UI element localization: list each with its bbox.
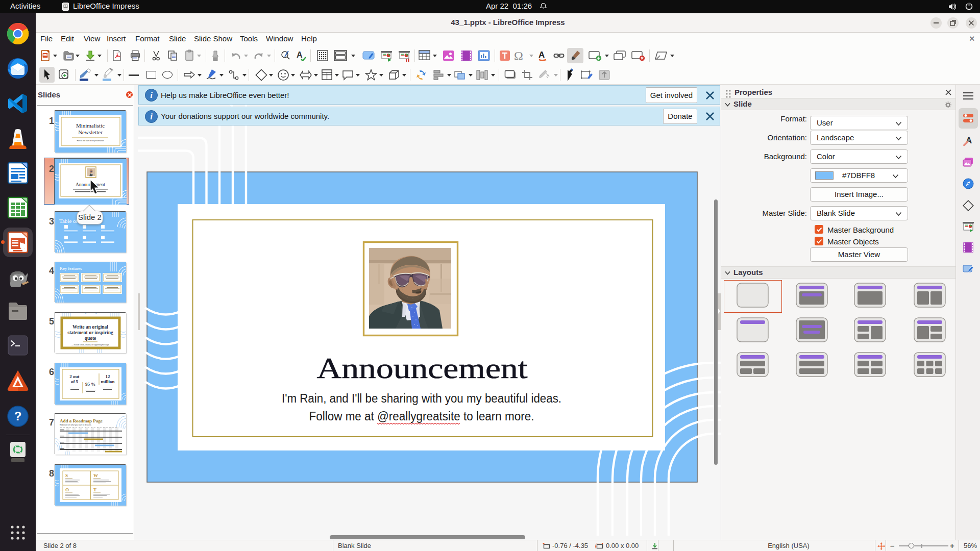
svg-text:95 %: 95 % [85,382,95,387]
svg-text:Minimalistic: Minimalistic [76,122,105,129]
svg-text:T: T [93,487,96,492]
svg-text:2 out: 2 out [69,374,79,379]
svg-text:12: 12 [106,374,111,379]
svg-text:— Include credit, citation, or: — Include credit, citation, or supportin… [71,344,109,346]
svg-text:Add a Roadmap Page: Add a Roadmap Page [60,418,103,423]
svg-text:I'm Rain, and I'll be sharing: I'm Rain, and I'll be sharing with you m… [282,392,561,405]
svg-text:of 5: of 5 [71,379,79,384]
svg-text:Follow me at @reallygreatsite: Follow me at @reallygreatsite to learn m… [309,410,534,423]
svg-text:Write an original: Write an original [72,324,108,330]
svg-text:?: ? [14,409,22,423]
svg-text:million: million [101,379,114,384]
svg-text:Announcement: Announcement [317,352,528,384]
svg-text:S: S [65,473,68,478]
svg-text:A: A [297,51,303,59]
svg-text:O: O [65,487,69,492]
svg-text:A: A [538,50,545,60]
svg-text:Elaborate on what you want to: Elaborate on what you want to discuss. [60,424,91,426]
svg-text:quote: quote [85,336,96,341]
svg-text:Key features: Key features [60,266,82,271]
svg-text:statement or inspiring: statement or inspiring [67,330,113,335]
svg-text:Here is the start of the prese: Here is the start of the presentation [77,140,104,142]
svg-text:W: W [93,473,98,478]
svg-text:Newsletter: Newsletter [78,129,103,135]
